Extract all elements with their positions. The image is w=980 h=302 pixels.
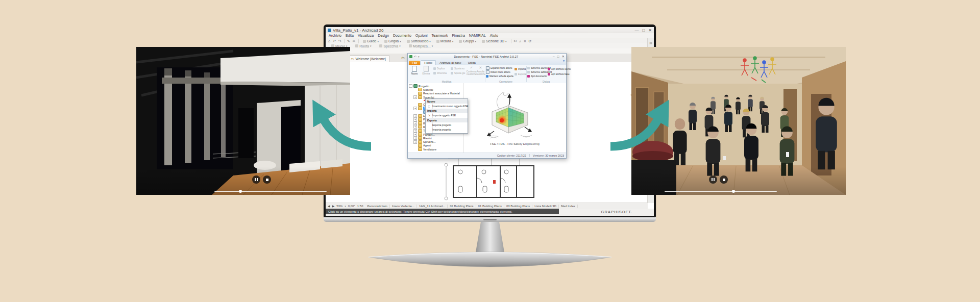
sposta-su-button[interactable]: Sposta su xyxy=(451,66,464,70)
scissors-icon[interactable]: ✂ xyxy=(514,39,517,43)
pen-icon[interactable]: ✎ xyxy=(347,39,350,43)
video-progress-bar[interactable] xyxy=(665,191,777,192)
rinomina-button[interactable]: Rinomina xyxy=(433,71,447,75)
nav-back-icon[interactable]: ◀ xyxy=(328,204,330,208)
view-tab[interactable]: 01 Building Plans xyxy=(476,205,504,208)
menu-item[interactable]: Design xyxy=(378,34,389,37)
view-tab[interactable]: Intero Vedente... xyxy=(390,205,417,208)
tree-expander-icon[interactable] xyxy=(413,129,417,133)
maximize-icon[interactable]: □ xyxy=(557,55,559,59)
view-tab[interactable]: 1AG_11 Archicad... xyxy=(417,205,448,208)
redo-icon[interactable]: ↷ xyxy=(338,39,341,43)
tree-expander-icon[interactable] xyxy=(409,84,412,88)
rotation-value[interactable]: 0,00° xyxy=(348,205,355,208)
grid-icon[interactable]: ⌗ xyxy=(524,39,526,43)
toolbar-dropdown[interactable]: Sezione 3D ▾ xyxy=(480,39,508,43)
close-icon[interactable]: ✕ xyxy=(562,55,565,59)
stop-button[interactable] xyxy=(720,175,728,184)
context-menu-item[interactable]: Inserimento nuovo oggetto FSE xyxy=(426,104,468,109)
tree-item[interactable]: Risolut... xyxy=(408,136,463,140)
stop-button[interactable] xyxy=(263,175,271,184)
tab-welcome[interactable]: 🗀 Welcome [Welcome] xyxy=(347,55,389,62)
progress-handle[interactable] xyxy=(239,190,242,193)
espandi-albero-button[interactable]: Espandi intero albero xyxy=(486,66,512,70)
help-icon[interactable]: ? xyxy=(563,60,565,63)
menu-item[interactable]: Opzioni xyxy=(415,34,428,37)
toolbar-dropdown[interactable]: Gruppi ▾ xyxy=(457,39,478,43)
minimize-icon[interactable]: ‒ xyxy=(553,55,555,59)
menu-item[interactable]: Aiuto xyxy=(490,34,498,37)
tree-expander-icon[interactable] xyxy=(413,114,417,118)
menu-item[interactable]: Finestra xyxy=(452,34,465,37)
pause-button[interactable] xyxy=(252,175,260,184)
esporta-button[interactable]: Esporta xyxy=(514,72,526,76)
context-menu-item[interactable]: Esporta progetto xyxy=(426,122,468,128)
tab-archivio-di-base[interactable]: Archivio di base xyxy=(436,61,464,65)
menu-item[interactable]: Edita xyxy=(346,34,354,37)
view-tab[interactable]: 02 Building Plans xyxy=(448,205,476,208)
tree-expander-icon[interactable] xyxy=(413,133,417,136)
riduci-albero-button[interactable]: Riduci intero albero xyxy=(486,70,510,74)
tree-item[interactable]: Spruzza... xyxy=(408,140,463,143)
minimize-icon[interactable]: — xyxy=(634,28,639,33)
duplica-button[interactable]: Duplica xyxy=(433,66,445,70)
view-tab[interactable]: Lista Modelli 3D xyxy=(532,205,559,208)
tree-expander-icon[interactable] xyxy=(413,121,417,125)
tree-expander-icon[interactable] xyxy=(413,125,417,129)
apri-archivio-base-button[interactable]: Apri archivio base xyxy=(548,72,570,76)
progress-handle[interactable] xyxy=(732,190,735,193)
toolbar-dropdown[interactable]: Griglia ▾ xyxy=(383,39,403,43)
tab-home[interactable]: Home xyxy=(421,60,436,65)
rotate-icon[interactable]: ⟳ xyxy=(528,39,531,43)
save-icon[interactable] xyxy=(409,55,412,58)
mantieni-scheda-checkbox[interactable]: Mantieni scheda aperta xyxy=(486,74,513,78)
elimina-button[interactable]: Elimina xyxy=(421,66,432,79)
pause-button[interactable] xyxy=(709,175,717,184)
undo-icon[interactable]: ↶ xyxy=(333,39,336,43)
tree-expander-icon[interactable] xyxy=(413,107,417,110)
edit-tool-dropdown[interactable]: Specchia ▾ xyxy=(378,44,402,48)
tree-item[interactable]: Ventilatore xyxy=(408,147,463,151)
menu-item[interactable]: Archivio xyxy=(329,34,341,37)
home-icon[interactable]: ⌂ xyxy=(328,39,330,43)
context-menu-item[interactable]: Esporta xyxy=(426,118,468,122)
zoom-level[interactable]: 53% xyxy=(336,205,342,208)
importa-button[interactable]: Importa xyxy=(514,67,526,71)
sposta-giu-button[interactable]: Sposta giù xyxy=(451,71,465,75)
context-menu-item[interactable]: Nuovo xyxy=(426,99,468,104)
menu-item[interactable]: Documento xyxy=(393,34,411,37)
tree-item[interactable]: Progetto xyxy=(408,84,463,88)
magnifier-icon[interactable]: ⌕ xyxy=(520,39,522,43)
tree-item[interactable]: Material xyxy=(408,88,463,91)
bim-render-video[interactable] xyxy=(136,47,350,195)
view-tab[interactable]: Personalizzato xyxy=(365,205,390,208)
view-tab[interactable]: 03 Building Plans xyxy=(504,205,532,208)
menu-item[interactable]: Visualizza xyxy=(358,34,374,37)
edit-tool-dropdown[interactable]: Moltiplica... ▾ xyxy=(407,44,435,48)
maximize-icon[interactable]: □ xyxy=(642,28,645,33)
toolbar-dropdown[interactable]: Sottolucido ▾ xyxy=(405,39,432,43)
apri-documento-button[interactable]: Apri documento xyxy=(527,74,547,78)
nuovo-button[interactable]: Nuovo xyxy=(409,66,420,79)
close-icon[interactable]: ✕ xyxy=(648,28,652,33)
toolbar-dropdown[interactable]: Guide ▾ xyxy=(361,39,380,43)
tree-item[interactable]: Reazioni associate a Material xyxy=(408,92,463,95)
folder-icon[interactable]: 🗀 xyxy=(401,56,405,60)
tree-item[interactable]: Agenti xyxy=(408,144,463,147)
tab-file[interactable]: File xyxy=(409,61,420,65)
video-progress-bar[interactable] xyxy=(214,191,327,192)
tree-expander-icon[interactable] xyxy=(413,136,417,140)
panel-icon[interactable]: ▤ xyxy=(649,41,652,44)
tree-expander-icon[interactable] xyxy=(413,95,417,99)
edit-tool-dropdown[interactable]: Ruota ▾ xyxy=(354,44,373,48)
tree-expander-icon[interactable] xyxy=(413,140,417,144)
menu-item[interactable]: Teamwork xyxy=(432,34,448,37)
undo-icon[interactable]: ↶ xyxy=(414,55,416,58)
marker-icon[interactable]: ✏ xyxy=(353,39,356,43)
conferma-modifiche-button[interactable]: ✓ Conferma modifiche xyxy=(467,66,476,79)
view-tab[interactable]: Med Index xyxy=(559,205,578,208)
annulla-modifiche-button[interactable]: ✕ Annulla modifiche xyxy=(476,66,485,79)
scale-value[interactable]: 1:50 xyxy=(357,205,363,208)
crowd-simulation-video[interactable] xyxy=(631,47,846,195)
context-menu-item[interactable]: Importa xyxy=(426,109,468,113)
